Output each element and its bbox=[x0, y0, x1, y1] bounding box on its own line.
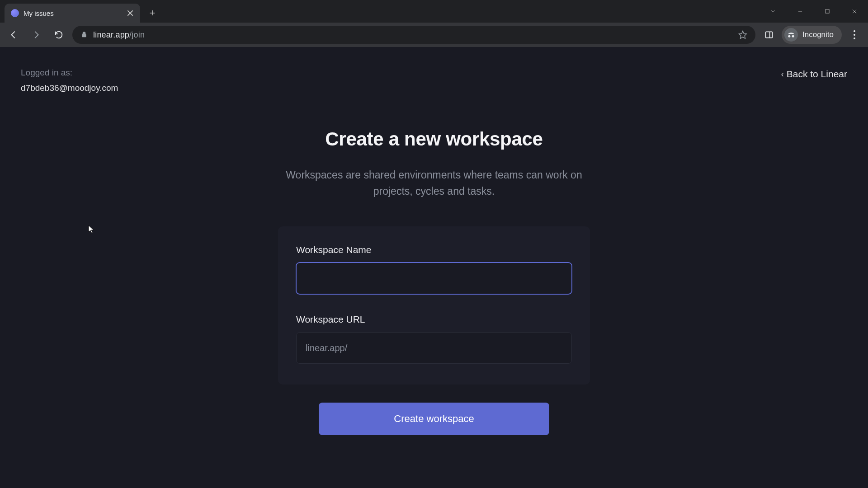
chevron-left-icon: ‹ bbox=[781, 70, 784, 79]
bookmark-star-icon[interactable] bbox=[738, 30, 747, 39]
favicon-icon bbox=[11, 9, 19, 17]
tabs-dropdown-button[interactable] bbox=[760, 2, 787, 20]
workspace-url-label: Workspace URL bbox=[296, 314, 572, 325]
create-workspace-button[interactable]: Create workspace bbox=[319, 403, 549, 435]
workspace-name-input[interactable] bbox=[296, 263, 572, 294]
window-controls bbox=[760, 0, 868, 23]
lock-icon bbox=[80, 31, 88, 38]
back-link-label: Back to Linear bbox=[787, 69, 847, 80]
login-info: Logged in as: d7bdeb36@moodjoy.com bbox=[21, 66, 118, 95]
nav-reload-button[interactable] bbox=[50, 26, 68, 44]
incognito-label: Incognito bbox=[802, 30, 834, 39]
url-path: /join bbox=[129, 30, 145, 39]
workspace-url-prefix: linear.app/ bbox=[306, 343, 347, 353]
nav-forward-button[interactable] bbox=[27, 26, 45, 44]
window-maximize-button[interactable] bbox=[814, 2, 841, 20]
new-tab-button[interactable]: + bbox=[145, 5, 160, 21]
incognito-icon bbox=[784, 28, 798, 42]
svg-rect-6 bbox=[766, 32, 773, 38]
browser-menu-button[interactable] bbox=[845, 26, 863, 44]
url-host: linear.app bbox=[93, 30, 129, 39]
logged-in-email: d7bdeb36@moodjoy.com bbox=[21, 81, 118, 95]
svg-point-9 bbox=[792, 35, 794, 38]
browser-tab[interactable]: My issues bbox=[5, 4, 140, 23]
side-panel-button[interactable] bbox=[760, 26, 778, 44]
close-tab-icon[interactable] bbox=[127, 9, 134, 17]
workspace-url-field[interactable]: linear.app/ bbox=[296, 332, 572, 364]
tab-title: My issues bbox=[24, 9, 122, 17]
back-to-linear-link[interactable]: ‹ Back to Linear bbox=[781, 69, 847, 80]
browser-toolbar: linear.app/join Incognito bbox=[0, 23, 868, 47]
page-title: Create a new workspace bbox=[325, 128, 542, 150]
page-subtitle: Workspaces are shared environments where… bbox=[271, 167, 597, 199]
incognito-chip[interactable]: Incognito bbox=[782, 26, 842, 44]
browser-tabstrip: My issues + bbox=[0, 0, 868, 23]
window-minimize-button[interactable] bbox=[787, 2, 814, 20]
svg-rect-1 bbox=[826, 9, 829, 13]
svg-marker-5 bbox=[739, 31, 747, 39]
workspace-name-label: Workspace Name bbox=[296, 244, 572, 255]
svg-point-8 bbox=[788, 35, 790, 38]
workspace-form: Workspace Name Workspace URL linear.app/ bbox=[278, 226, 590, 385]
workspace-url-input[interactable] bbox=[347, 343, 562, 353]
address-bar[interactable]: linear.app/join bbox=[72, 26, 755, 44]
page-content: Logged in as: d7bdeb36@moodjoy.com ‹ Bac… bbox=[0, 47, 868, 488]
url-text: linear.app/join bbox=[93, 30, 733, 40]
nav-back-button[interactable] bbox=[5, 26, 23, 44]
logged-in-label: Logged in as: bbox=[21, 66, 118, 80]
window-close-button[interactable] bbox=[841, 2, 868, 20]
svg-rect-4 bbox=[82, 34, 86, 38]
main-column: Create a new workspace Workspaces are sh… bbox=[21, 65, 847, 435]
